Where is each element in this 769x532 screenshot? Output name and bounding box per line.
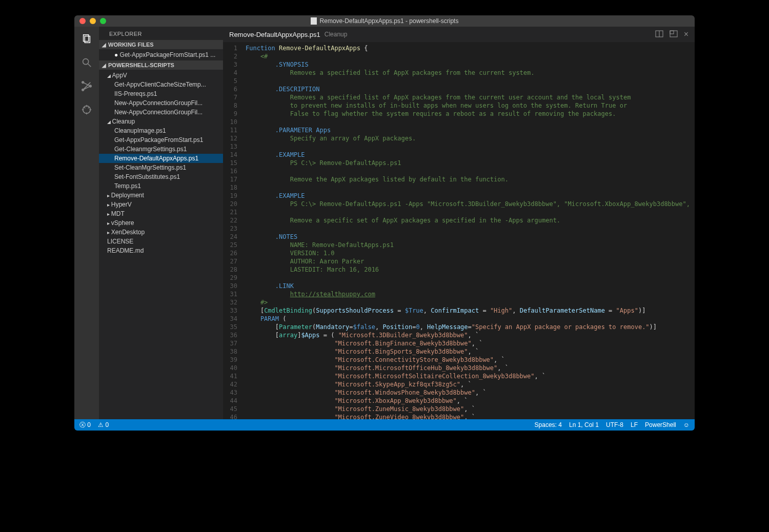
status-encoding[interactable]: UTF-8 — [606, 421, 623, 428]
file-item[interactable]: New-AppvConnectionGroupFil... — [99, 108, 223, 117]
status-warnings[interactable]: ⚠ 0 — [98, 421, 109, 428]
project-header[interactable]: ◢ POWERSHELL-SCRIPTS — [99, 60, 223, 70]
tab-actions: × — [655, 30, 689, 39]
warning-icon: ⚠ — [98, 421, 104, 428]
folder-item[interactable]: MDT — [99, 209, 223, 218]
file-item[interactable]: Temp.ps1 — [99, 181, 223, 191]
feedback-icon[interactable]: ☺ — [683, 421, 690, 428]
svg-point-6 — [82, 89, 84, 91]
working-files-label: WORKING FILES — [108, 42, 154, 48]
error-icon: ⓧ — [79, 421, 86, 428]
file-item[interactable]: Set-FontSubstitutes.ps1 — [99, 172, 223, 181]
titlebar: Remove-DefaultAppxApps.ps1 - powershell-… — [74, 15, 695, 27]
svg-point-5 — [90, 85, 92, 87]
folder-item[interactable]: Cleanup — [99, 117, 223, 126]
debug-icon[interactable] — [79, 103, 94, 117]
status-position[interactable]: Ln 1, Col 1 — [569, 421, 599, 428]
document-icon — [311, 17, 317, 25]
working-files-header[interactable]: ◢ WORKING FILES — [99, 40, 223, 49]
body: EXPLORER ◢ WORKING FILES Get-AppxPackage… — [74, 27, 695, 419]
gutter: 1234567891011121314151617181920212223242… — [223, 42, 246, 419]
split-editor-icon[interactable] — [655, 30, 663, 39]
svg-point-4 — [82, 81, 84, 84]
editor[interactable]: 1234567891011121314151617181920212223242… — [223, 42, 695, 419]
status-language[interactable]: PowerShell — [645, 421, 676, 428]
folder-item[interactable]: Deployment — [99, 191, 223, 200]
svg-rect-0 — [84, 35, 89, 42]
folder-item[interactable]: XenDesktop — [99, 228, 223, 237]
explorer-icon[interactable] — [79, 32, 94, 46]
tabbar: Remove-DefaultAppxApps.ps1 Cleanup × — [223, 27, 695, 42]
close-tab-icon[interactable]: × — [684, 30, 689, 39]
working-file-item[interactable]: Get-AppxPackageFromStart.ps1 ... — [99, 50, 223, 59]
search-icon[interactable] — [79, 55, 94, 70]
activity-bar — [74, 27, 99, 419]
more-icon[interactable] — [670, 30, 678, 39]
tab-subtitle: Cleanup — [325, 31, 348, 38]
statusbar: ⓧ 0 ⚠ 0 Spaces: 4 Ln 1, Col 1 UTF-8 LF P… — [74, 419, 695, 431]
tab-title[interactable]: Remove-DefaultAppxApps.ps1 — [229, 31, 320, 38]
window: Remove-DefaultAppxApps.ps1 - powershell-… — [74, 15, 695, 431]
file-item[interactable]: LICENSE — [99, 237, 223, 246]
file-item[interactable]: IIS-Prereqs.ps1 — [99, 89, 223, 98]
sidebar-title: EXPLORER — [99, 27, 223, 40]
project-label: POWERSHELL-SCRIPTS — [108, 62, 174, 68]
svg-line-13 — [88, 107, 90, 109]
svg-rect-1 — [85, 36, 90, 43]
chevron-down-icon: ◢ — [102, 63, 106, 68]
file-item[interactable]: New-AppvConnectionGroupFil... — [99, 98, 223, 108]
file-item[interactable]: Get-AppvClientCacheSizeTemp... — [99, 80, 223, 89]
folder-item[interactable]: HyperV — [99, 200, 223, 209]
window-title: Remove-DefaultAppxApps.ps1 - powershell-… — [74, 17, 695, 25]
git-icon[interactable] — [79, 79, 94, 93]
svg-point-2 — [83, 59, 89, 65]
status-eol[interactable]: LF — [631, 421, 638, 428]
file-item[interactable]: Get-AppxPackageFromStart.ps1 — [99, 135, 223, 145]
chevron-down-icon: ◢ — [102, 42, 106, 48]
code[interactable]: Function Remove-DefaultAppxApps { <# .SY… — [246, 42, 695, 419]
file-item[interactable]: Set-CleanMgrSettings.ps1 — [99, 163, 223, 172]
sidebar: EXPLORER ◢ WORKING FILES Get-AppxPackage… — [99, 27, 223, 419]
window-title-text: Remove-DefaultAppxApps.ps1 - powershell-… — [320, 17, 459, 25]
file-item[interactable]: README.md — [99, 246, 223, 255]
svg-line-3 — [88, 64, 91, 67]
status-spaces[interactable]: Spaces: 4 — [535, 421, 562, 428]
folder-item[interactable]: AppV — [99, 71, 223, 80]
svg-line-12 — [84, 107, 86, 109]
file-item[interactable]: Remove-DefaultAppxApps.ps1 — [99, 154, 223, 163]
project-tree: AppVGet-AppvClientCacheSizeTemp...IIS-Pr… — [99, 70, 223, 256]
svg-rect-17 — [670, 31, 674, 34]
editor-area: Remove-DefaultAppxApps.ps1 Cleanup × 123… — [223, 27, 695, 419]
file-item[interactable]: CleanupImage.ps1 — [99, 126, 223, 135]
folder-item[interactable]: vSphere — [99, 218, 223, 228]
status-errors[interactable]: ⓧ 0 — [79, 421, 91, 429]
file-item[interactable]: Get-CleanmgrSettings.ps1 — [99, 145, 223, 154]
working-files-list: Get-AppxPackageFromStart.ps1 ... — [99, 49, 223, 60]
